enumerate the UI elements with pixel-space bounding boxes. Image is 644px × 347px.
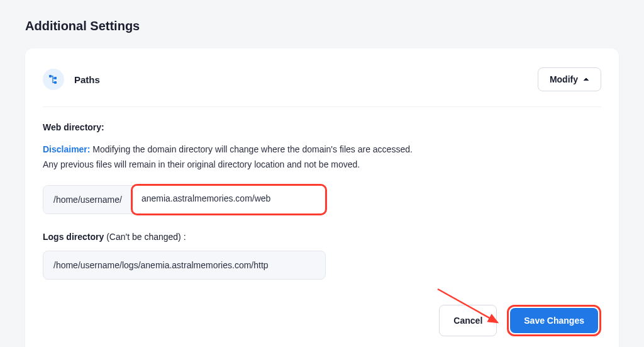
save-button[interactable]: Save Changes — [510, 308, 598, 333]
web-directory-section: Web directory: Disclaimer: Modifying the… — [43, 107, 601, 336]
card-header: Paths Modify — [43, 67, 601, 107]
disclaimer-line2: Any previous files will remain in their … — [43, 159, 360, 169]
web-directory-prefix: /home/username/ — [43, 186, 133, 213]
modify-button[interactable]: Modify — [538, 67, 601, 91]
svg-rect-0 — [49, 75, 52, 77]
logs-directory-label-note: (Can't be changed) : — [104, 232, 186, 242]
card-title: Paths — [74, 74, 100, 85]
actions-row: Cancel Save Changes — [43, 305, 601, 336]
logs-directory-value: /home/username/logs/anemia.astralmemorie… — [43, 251, 326, 280]
svg-rect-1 — [54, 77, 57, 79]
paths-icon — [43, 69, 64, 90]
logs-directory-label-strong: Logs directory — [43, 232, 104, 242]
card-header-left: Paths — [43, 69, 100, 90]
web-directory-highlight — [131, 184, 327, 215]
web-directory-input[interactable] — [133, 186, 325, 211]
modify-button-label: Modify — [550, 74, 578, 84]
disclaimer-line1: Modifying the domain directory will chan… — [90, 144, 412, 154]
svg-rect-2 — [54, 81, 57, 84]
save-button-highlight: Save Changes — [507, 305, 601, 336]
caret-up-icon — [583, 77, 589, 81]
logs-directory-label: Logs directory (Can't be changed) : — [43, 232, 601, 242]
web-directory-label: Web directory: — [43, 122, 601, 132]
disclaimer-label: Disclaimer: — [43, 144, 90, 154]
disclaimer-text: Disclaimer: Modifying the domain directo… — [43, 142, 601, 173]
settings-card: Paths Modify Web directory: Disclaimer: … — [25, 48, 619, 347]
web-directory-input-group: /home/username/ — [43, 185, 326, 214]
cancel-button[interactable]: Cancel — [439, 305, 497, 336]
tree-icon — [48, 74, 58, 84]
page-title: Additional Settings — [25, 19, 619, 33]
